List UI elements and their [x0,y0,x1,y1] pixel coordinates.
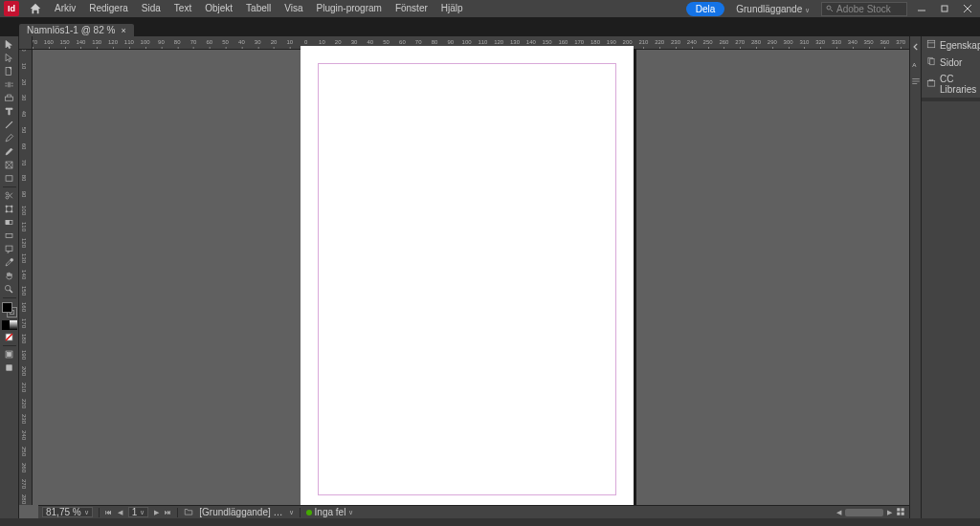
ruler-tick: 10 [286,39,293,45]
grid-view-icon[interactable] [896,507,905,518]
ruler-tick: 140 [526,39,536,45]
scroll-right-icon[interactable]: ▶ [887,509,892,516]
page-field[interactable]: 1 ∨ [128,507,149,517]
minimize-button[interactable] [916,4,927,13]
document-page[interactable] [301,46,634,513]
color-apply-mode[interactable] [2,320,17,330]
menu-redigera[interactable]: Redigera [82,0,135,17]
ruler-tick: 150 [60,39,70,45]
menu-visa[interactable]: Visa [278,0,309,17]
ruler-tick: 330 [832,39,841,45]
apply-none-icon[interactable] [2,331,17,343]
menu-arkiv[interactable]: Arkiv [48,0,82,17]
scrollbar-horizontal[interactable] [845,509,883,516]
svg-rect-32 [7,352,11,356]
page-prev-first-icon[interactable]: ⏮ [105,509,112,515]
close-button[interactable] [962,4,973,13]
eyedropper-tool[interactable] [2,256,17,269]
rectangle-tool[interactable] [2,172,17,185]
note-tool[interactable] [2,243,17,255]
menu-plugin[interactable]: Plugin-program [310,0,389,17]
menu-objekt[interactable]: Objekt [198,0,239,17]
ruler-tick: 70 [415,39,422,45]
ruler-tick: 70 [21,159,27,165]
ruler-tick: 200 [21,366,27,376]
svg-rect-46 [927,81,935,87]
search-icon [826,4,834,14]
page-next-icon[interactable]: ▶ [154,509,159,516]
free-transform-tool[interactable] [2,203,17,215]
ruler-origin[interactable] [19,36,33,50]
chevron-down-icon: ∨ [805,7,810,13]
gradient-swatch-tool[interactable] [2,216,17,229]
maximize-button[interactable] [939,4,950,13]
ruler-tick: 120 [108,39,118,45]
ruler-tick: 250 [21,447,27,456]
hand-tool[interactable] [2,270,17,282]
pen-tool[interactable] [2,132,17,144]
type-tool[interactable] [2,105,17,118]
pencil-tool[interactable] [2,145,17,158]
ruler-tick: 120 [21,238,27,248]
line-tool[interactable] [2,119,17,131]
content-collector-tool[interactable] [2,92,17,104]
chevron-down-icon: ∨ [289,509,294,516]
panel-egenskaper[interactable]: Egenskaper [922,36,980,54]
expand-panels-icon[interactable] [911,42,921,52]
zoom-field[interactable]: 81,75 % ∨ [42,507,93,517]
scissors-tool[interactable] [2,189,17,202]
home-icon[interactable] [29,2,42,15]
tool-divider [3,345,16,346]
page-prev-icon[interactable]: ◀ [118,509,122,516]
share-button[interactable]: Dela [686,2,725,16]
apply-gradient-icon[interactable] [10,320,17,330]
view-mode-normal[interactable] [2,348,17,361]
direct-selection-tool[interactable] [2,52,17,64]
gradient-feather-tool[interactable] [2,230,17,242]
preset-label[interactable]: [Grundläggande] … [199,507,282,517]
view-mode-preview[interactable] [2,362,17,374]
panel-sidor[interactable]: Sidor [922,54,980,71]
document-tabbar: Namnlös1-1 @ 82 % × [0,23,980,36]
fill-stroke-swatch[interactable] [2,302,17,318]
svg-line-1 [831,10,833,11]
ruler-tick: 170 [574,39,584,45]
character-panel-icon[interactable]: A [911,59,921,69]
menu-sida[interactable]: Sida [135,0,167,17]
ruler-tick: 110 [21,222,27,231]
svg-rect-36 [897,512,900,515]
open-file-icon[interactable] [184,507,193,518]
fill-swatch[interactable] [2,302,12,313]
ruler-tick: 50 [383,39,390,45]
ruler-tick: 300 [784,39,793,45]
zoom-tool[interactable] [2,283,17,296]
ruler-tick: 190 [21,350,27,360]
ruler-vertical[interactable]: 0102030405060708090100110120130140150160… [19,50,33,505]
scroll-left-icon[interactable]: ◀ [836,509,841,516]
menu-fonster[interactable]: Fönster [389,0,434,17]
workspace-selector[interactable]: Grundläggande ∨ [730,2,815,16]
panel-cc-libraries[interactable]: CC Libraries [922,71,980,98]
canvas-area[interactable]: 1701601501401301201101009080706050403020… [19,36,909,518]
document-tab[interactable]: Namnlös1-1 @ 82 % × [19,24,134,36]
menu-text[interactable]: Text [167,0,198,17]
ruler-tick: 70 [190,39,197,45]
paragraph-panel-icon[interactable] [911,77,921,86]
page-tool[interactable] [2,65,17,77]
tab-close-icon[interactable]: × [121,26,125,35]
gap-tool[interactable] [2,78,17,91]
ruler-tick: 60 [206,39,212,45]
svg-point-26 [11,258,13,261]
ruler-tick: 120 [494,39,503,45]
selection-tool[interactable] [2,38,17,51]
preflight-status[interactable]: Inga fel ∨ [306,507,354,517]
menu-tabell[interactable]: Tabell [239,0,278,17]
ruler-tick: 170 [21,318,27,328]
ruler-tick: 240 [687,39,697,45]
ruler-tick: 220 [21,399,27,408]
rectangle-frame-tool[interactable] [2,159,17,171]
stock-search[interactable]: Adobe Stock [821,2,907,16]
menu-hjalp[interactable]: Hjälp [434,0,470,17]
apply-color-icon[interactable] [2,320,10,330]
page-next-last-icon[interactable]: ⏭ [165,509,171,515]
